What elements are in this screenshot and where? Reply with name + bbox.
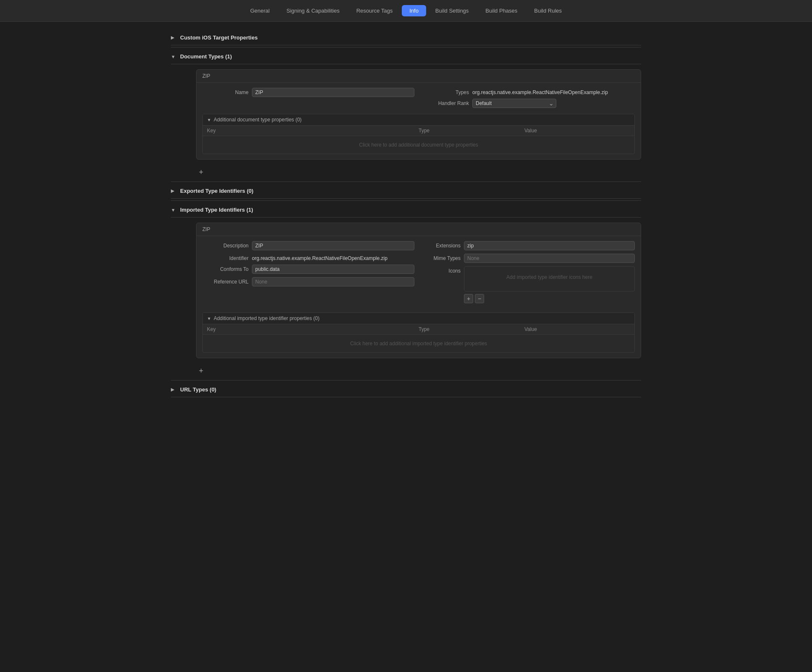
imported-icons-add-btn[interactable]: + xyxy=(464,294,473,303)
doc-types-label: Types xyxy=(423,88,469,95)
tab-bar: General Signing & Capabilities Resource … xyxy=(0,0,812,22)
tab-resource-tags[interactable]: Resource Tags xyxy=(349,5,400,16)
divider-2 xyxy=(171,181,641,182)
imported-icons-row: Icons Add imported type identifier icons… xyxy=(423,266,635,303)
imported-conforms-row: Conforms To xyxy=(202,265,414,274)
document-types-chevron: ▼ xyxy=(171,54,177,59)
exported-type-title: Exported Type Identifiers (0) xyxy=(180,188,254,194)
divider-4 xyxy=(171,380,641,381)
imported-mime-label: Mime Types xyxy=(423,254,461,261)
url-types-chevron: ▶ xyxy=(171,387,177,392)
doc-col-key: Key xyxy=(207,128,419,134)
doc-name-input[interactable] xyxy=(252,88,414,97)
doc-handler-rank-label: Handler Rank xyxy=(423,99,469,106)
imported-conforms-input[interactable] xyxy=(252,265,414,274)
doc-add-button[interactable]: + xyxy=(196,167,206,177)
imported-ext-row: Extensions xyxy=(423,241,635,250)
imported-type-chevron: ▼ xyxy=(171,207,177,213)
doc-add-row: + xyxy=(196,165,641,180)
imported-left-col: Description Identifier org.reactjs.nativ… xyxy=(202,241,414,307)
tab-build-rules[interactable]: Build Rules xyxy=(526,5,569,16)
url-types-section-header[interactable]: ▶ URL Types (0) xyxy=(171,382,641,397)
doc-form-grid: Name Types org.reactjs.native.example.Re… xyxy=(202,88,635,108)
imported-identifier-value: org.reactjs.native.example.ReactNativeFi… xyxy=(252,254,414,261)
imported-right-col: Extensions Mime Types Icons xyxy=(423,241,635,307)
imported-col-type: Type xyxy=(419,326,524,332)
imported-identifier-label: Identifier xyxy=(202,254,249,261)
imported-additional-props-header[interactable]: ▼ Additional imported type identifier pr… xyxy=(203,313,634,324)
imported-ext-input[interactable] xyxy=(464,241,635,250)
imported-col-value: Value xyxy=(524,326,630,332)
exported-type-chevron: ▶ xyxy=(171,188,177,194)
doc-name-label: Name xyxy=(202,88,249,95)
imported-mime-row: Mime Types xyxy=(423,254,635,263)
divider-3 xyxy=(171,200,641,201)
doc-types-row: Types org.reactjs.native.example.ReactNa… xyxy=(423,88,635,95)
url-types-title: URL Types (0) xyxy=(180,386,216,393)
imported-ext-label: Extensions xyxy=(423,241,461,249)
imported-type-card: ZIP Description Identifier org.reactjs.n… xyxy=(196,223,641,358)
tab-general[interactable]: General xyxy=(243,5,277,16)
doc-handler-rank-row: Handler Rank None Default Owner Alternat… xyxy=(423,99,635,108)
main-content: ▶ Custom iOS Target Properties ▼ Documen… xyxy=(154,22,658,406)
imported-desc-label: Description xyxy=(202,241,249,249)
imported-additional-props-chevron: ▼ xyxy=(207,316,211,321)
imported-desc-row: Description xyxy=(202,241,414,250)
imported-icons-label: Icons xyxy=(423,266,461,274)
custom-ios-title: Custom iOS Target Properties xyxy=(180,34,258,41)
imported-refurl-label: Reference URL xyxy=(202,277,249,285)
tab-info[interactable]: Info xyxy=(402,5,426,16)
doc-additional-props-title: Additional document type properties (0) xyxy=(214,117,301,123)
imported-additional-props-title: Additional imported type identifier prop… xyxy=(214,315,320,321)
doc-right-col: Types org.reactjs.native.example.ReactNa… xyxy=(423,88,635,108)
imported-mime-value-wrap xyxy=(464,254,635,263)
tab-signing[interactable]: Signing & Capabilities xyxy=(279,5,347,16)
imported-identifier-row: Identifier org.reactjs.native.example.Re… xyxy=(202,254,414,261)
exported-type-section-header[interactable]: ▶ Exported Type Identifiers (0) xyxy=(171,184,641,199)
doc-additional-props-chevron: ▼ xyxy=(207,118,211,122)
imported-refurl-row: Reference URL xyxy=(202,277,414,286)
imported-icons-controls: + − xyxy=(464,294,635,303)
imported-conforms-label: Conforms To xyxy=(202,265,249,272)
document-types-card: ZIP Name Types org.reactjs.native.exampl… xyxy=(196,69,641,160)
imported-form-grid: Description Identifier org.reactjs.nativ… xyxy=(202,241,635,307)
doc-table-header: Key Type Value xyxy=(203,126,634,136)
imported-add-button[interactable]: + xyxy=(196,366,206,376)
document-types-section-header[interactable]: ▼ Document Types (1) xyxy=(171,49,641,64)
doc-col-value: Value xyxy=(524,128,630,134)
divider-1 xyxy=(171,47,641,47)
doc-left-col: Name xyxy=(202,88,414,108)
imported-mime-input[interactable] xyxy=(464,254,635,263)
imported-icons-remove-btn[interactable]: − xyxy=(475,294,484,303)
doc-table-placeholder[interactable]: Click here to add additional document ty… xyxy=(203,136,634,154)
doc-additional-props-header[interactable]: ▼ Additional document type properties (0… xyxy=(203,114,634,126)
doc-types-value: org.reactjs.native.example.ReactNativeFi… xyxy=(472,88,635,95)
doc-col-type: Type xyxy=(419,128,524,134)
imported-icons-placeholder: Add imported type identifier icons here xyxy=(469,271,630,284)
imported-type-section-header[interactable]: ▼ Imported Type Identifiers (1) xyxy=(171,202,641,218)
handler-rank-select-wrapper: None Default Owner Alternate xyxy=(472,99,556,108)
doc-name-row: Name xyxy=(202,88,414,97)
imported-additional-props: ▼ Additional imported type identifier pr… xyxy=(202,312,635,353)
imported-refurl-input[interactable] xyxy=(252,277,414,286)
imported-col-key: Key xyxy=(207,326,419,332)
imported-card-body: Description Identifier org.reactjs.nativ… xyxy=(196,236,641,358)
tab-build-settings[interactable]: Build Settings xyxy=(428,5,477,16)
tab-build-phases[interactable]: Build Phases xyxy=(478,5,525,16)
custom-ios-section-header[interactable]: ▶ Custom iOS Target Properties xyxy=(171,30,641,45)
handler-rank-select[interactable]: None Default Owner Alternate xyxy=(472,99,556,108)
imported-card-header: ZIP xyxy=(196,223,641,236)
imported-icons-value-wrap: Add imported type identifier icons here … xyxy=(464,266,635,303)
doc-card-body: Name Types org.reactjs.native.example.Re… xyxy=(196,83,641,159)
doc-additional-props: ▼ Additional document type properties (0… xyxy=(202,114,635,154)
imported-add-row: + xyxy=(196,363,641,378)
imported-table-placeholder[interactable]: Click here to add additional imported ty… xyxy=(203,335,634,352)
document-types-title: Document Types (1) xyxy=(180,53,232,60)
doc-card-header: ZIP xyxy=(196,70,641,83)
imported-ext-value-wrap xyxy=(464,241,635,250)
custom-ios-chevron: ▶ xyxy=(171,35,177,40)
imported-table-header: Key Type Value xyxy=(203,324,634,335)
imported-desc-input[interactable] xyxy=(252,241,414,250)
imported-type-title: Imported Type Identifiers (1) xyxy=(180,207,253,213)
imported-icons-section: Add imported type identifier icons here xyxy=(464,266,635,291)
